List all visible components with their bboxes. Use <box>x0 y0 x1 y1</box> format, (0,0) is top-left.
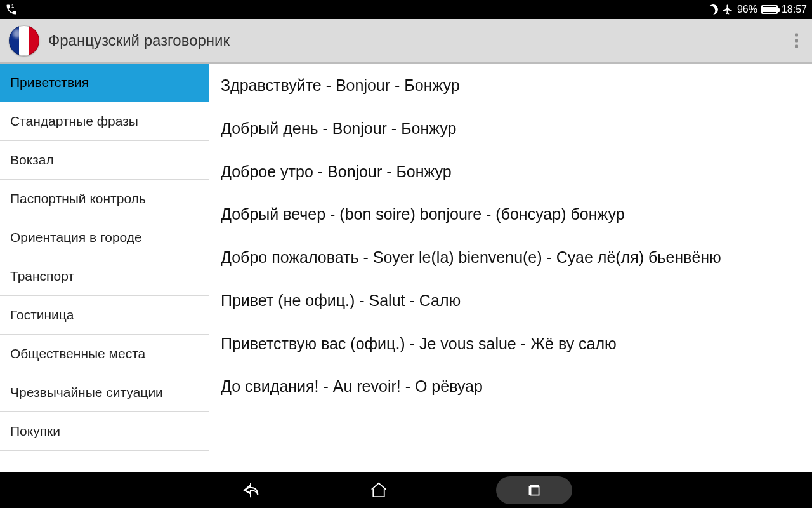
overflow-menu-icon[interactable] <box>790 29 803 53</box>
status-right: 96% 18:57 <box>708 4 807 15</box>
phrase-item[interactable]: Добрый день - Bonjour - Бонжур <box>221 118 801 140</box>
battery-icon <box>761 5 778 14</box>
sidebar-item-3[interactable]: Паспортный контроль <box>0 180 209 218</box>
phrase-item[interactable]: Добрый вечер - (bon soire) bonjoure - (б… <box>221 204 801 225</box>
sidebar-item-6[interactable]: Гостиница <box>0 296 209 335</box>
phrase-item[interactable]: Привет (не офиц.) - Salut - Салю <box>221 290 801 312</box>
sidebar-item-0[interactable]: Приветствия <box>0 64 209 102</box>
status-bar: 1 96% 18:57 <box>0 0 812 19</box>
sidebar[interactable]: ПриветствияСтандартные фразыВокзалПаспор… <box>0 64 209 472</box>
phrase-list[interactable]: Здравствуйте - Bonjour - БонжурДобрый де… <box>209 64 812 472</box>
airplane-mode-icon <box>722 4 733 15</box>
sidebar-item-1[interactable]: Стандартные фразы <box>0 102 209 141</box>
battery-percentage: 96% <box>737 4 757 15</box>
status-left: 1 <box>5 3 18 16</box>
recent-apps-button[interactable] <box>496 476 572 504</box>
phrase-item[interactable]: Добро пожаловать - Soyer le(la) bienvenu… <box>221 247 801 269</box>
home-button[interactable] <box>369 481 388 500</box>
svg-rect-1 <box>531 487 539 495</box>
back-button[interactable] <box>240 479 261 501</box>
svg-text:1: 1 <box>11 3 14 9</box>
do-not-disturb-icon <box>707 3 720 17</box>
app-bar: Французский разговорник <box>0 19 812 64</box>
app-title: Французский разговорник <box>48 32 230 50</box>
phrase-item[interactable]: Здравствуйте - Bonjour - Бонжур <box>221 75 801 97</box>
android-nav-bar <box>0 472 812 508</box>
sidebar-item-8[interactable]: Чрезвычайные ситуации <box>0 373 209 412</box>
screen: 1 96% 18:57 Французский разговорник Прив… <box>0 0 812 508</box>
content: ПриветствияСтандартные фразыВокзалПаспор… <box>0 64 812 472</box>
sidebar-item-5[interactable]: Транспорт <box>0 257 209 296</box>
phrase-item[interactable]: До свидания! - Au revoir! - О рёвуар <box>221 376 801 398</box>
sidebar-item-9[interactable]: Покупки <box>0 412 209 451</box>
sidebar-item-2[interactable]: Вокзал <box>0 141 209 180</box>
sidebar-item-7[interactable]: Общественные места <box>0 335 209 373</box>
call-indicator-icon: 1 <box>5 3 18 16</box>
sidebar-item-4[interactable]: Ориентация в городе <box>0 218 209 257</box>
phrase-item[interactable]: Доброе утро - Bonjour - Бонжур <box>221 161 801 183</box>
france-flag-icon <box>9 25 39 56</box>
clock: 18:57 <box>782 4 807 15</box>
phrase-item[interactable]: Приветствую вас (офиц.) - Je vous salue … <box>221 333 801 355</box>
